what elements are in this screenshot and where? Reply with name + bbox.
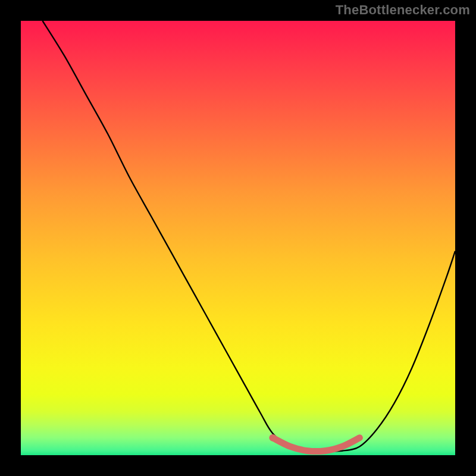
bottleneck-curve: [43, 21, 456, 451]
plot-area: [21, 21, 455, 455]
chart-frame: TheBottlenecker.com: [0, 0, 476, 476]
optimal-range-marker: [273, 438, 359, 452]
attribution-text: TheBottlenecker.com: [336, 2, 470, 18]
curve-svg: [21, 21, 455, 455]
optimal-range-start-dot: [269, 434, 276, 441]
